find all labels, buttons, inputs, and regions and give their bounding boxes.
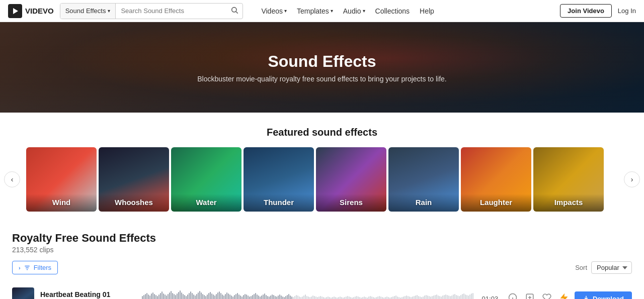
logo[interactable]: VIDEVO <box>8 4 54 18</box>
waveform-bar <box>198 292 199 299</box>
waveform-bar <box>192 293 193 299</box>
waveform-bar <box>438 295 439 299</box>
waveform-bar <box>370 296 371 299</box>
waveform-bar <box>460 295 461 299</box>
waveform-bar <box>391 297 392 299</box>
waveform-bar <box>142 296 143 299</box>
download-button[interactable]: Download <box>575 291 632 300</box>
svg-marker-0 <box>13 8 18 14</box>
category-card-laughter[interactable]: Laughter <box>461 147 531 212</box>
sound-item: Heartbeat Beating 01 Series 6000 General… <box>12 282 632 299</box>
search-input[interactable] <box>116 4 226 19</box>
waveform-bar <box>238 294 239 299</box>
svg-point-1 <box>232 8 236 12</box>
waveform-bar <box>356 296 357 299</box>
info-button[interactable] <box>506 291 519 299</box>
nav-audio[interactable]: Audio ▾ <box>339 5 369 17</box>
waveform-bar <box>459 296 460 299</box>
nav-templates[interactable]: Templates ▾ <box>293 5 337 17</box>
waveform-bar <box>436 294 437 299</box>
waveform-bar <box>168 294 169 299</box>
waveform-bar <box>341 297 342 299</box>
hero-subtitle: Blockbuster movie-quality royalty free s… <box>197 75 446 83</box>
favorite-button[interactable] <box>540 291 553 299</box>
search-type-dropdown[interactable]: Sound Effects ▾ <box>60 4 116 19</box>
waveform-bar <box>405 296 406 299</box>
category-card-sirens[interactable]: Sirens <box>316 147 386 212</box>
waveform-bar <box>414 296 415 299</box>
waveform-bar <box>208 293 209 299</box>
main-nav: Videos ▾ Templates ▾ Audio ▾ Collections… <box>257 5 438 17</box>
waveform-bar <box>279 294 280 299</box>
waveform-bar <box>281 295 282 299</box>
waveform-bar <box>217 292 218 299</box>
waveform-bar <box>163 293 164 299</box>
waveform-bar <box>235 294 236 299</box>
featured-section: Featured sound effects ‹ WindWhooshesWat… <box>0 113 644 222</box>
waveform-bar <box>429 296 430 299</box>
waveform-bar <box>439 296 440 299</box>
waveform-bar <box>335 297 336 299</box>
waveform-bar <box>270 295 271 299</box>
sort-area: Sort Popular Newest Oldest <box>575 261 632 274</box>
waveform-bar <box>155 295 156 299</box>
nav-help[interactable]: Help <box>416 5 438 17</box>
filter-icon <box>24 264 31 271</box>
svg-line-2 <box>236 12 238 14</box>
search-button[interactable] <box>226 6 243 16</box>
category-card-wind[interactable]: Wind <box>26 147 97 212</box>
waveform-bar <box>424 295 425 299</box>
waveform[interactable] <box>142 287 474 299</box>
category-card-thunder[interactable]: Thunder <box>244 147 314 212</box>
carousel-prev-button[interactable]: ‹ <box>4 171 20 187</box>
waveform-bar <box>177 293 178 299</box>
sound-thumbnail <box>12 287 34 299</box>
nav-collections[interactable]: Collections <box>371 5 414 17</box>
waveform-bar <box>305 294 306 299</box>
sort-label: Sort <box>575 264 587 271</box>
waveform-bar <box>160 293 161 299</box>
waveform-bar <box>444 295 445 299</box>
waveform-bar <box>368 296 369 299</box>
waveform-bar <box>346 296 347 299</box>
videos-chevron: ▾ <box>284 8 287 14</box>
waveform-bar <box>450 296 451 299</box>
waveform-bar <box>340 296 341 299</box>
quick-download-button[interactable] <box>557 291 571 300</box>
category-card-impacts[interactable]: Impacts <box>533 147 604 212</box>
waveform-bar <box>318 296 319 299</box>
waveform-bar <box>184 295 185 299</box>
waveform-bar <box>398 297 399 299</box>
search-dropdown-chevron: ▾ <box>108 8 110 14</box>
waveform-bar <box>430 296 431 299</box>
waveform-bar <box>401 297 403 299</box>
search-icon <box>230 6 238 14</box>
category-label: Laughter <box>461 194 531 212</box>
category-card-whooshes[interactable]: Whooshes <box>99 147 169 212</box>
waveform-bar <box>248 295 249 299</box>
sort-select[interactable]: Popular Newest Oldest <box>591 261 632 274</box>
filters-button[interactable]: › Filters <box>12 261 58 274</box>
add-to-project-button[interactable] <box>523 291 536 299</box>
waveform-bar <box>456 295 457 299</box>
waveform-bar <box>427 295 428 299</box>
login-link[interactable]: Log In <box>618 7 636 15</box>
category-card-water[interactable]: Water <box>171 147 242 212</box>
waveform-bar <box>251 296 252 299</box>
waveform-bar <box>297 295 298 299</box>
category-label: Impacts <box>533 194 604 212</box>
waveform-bar <box>421 297 422 299</box>
carousel-next-button[interactable]: › <box>624 171 640 187</box>
join-button[interactable]: Join Videvo <box>560 4 612 18</box>
nav-videos[interactable]: Videos ▾ <box>257 5 291 17</box>
waveform-bar <box>468 295 469 299</box>
waveform-bar <box>355 296 356 299</box>
sound-actions: Download <box>506 291 632 300</box>
category-label: Wind <box>26 194 97 212</box>
waveform-bar <box>148 294 149 299</box>
waveform-bar <box>165 294 166 299</box>
waveform-bar <box>364 296 365 299</box>
waveform-bar <box>433 295 434 299</box>
waveform-bar <box>193 294 194 299</box>
category-card-rain[interactable]: Rain <box>388 147 459 212</box>
